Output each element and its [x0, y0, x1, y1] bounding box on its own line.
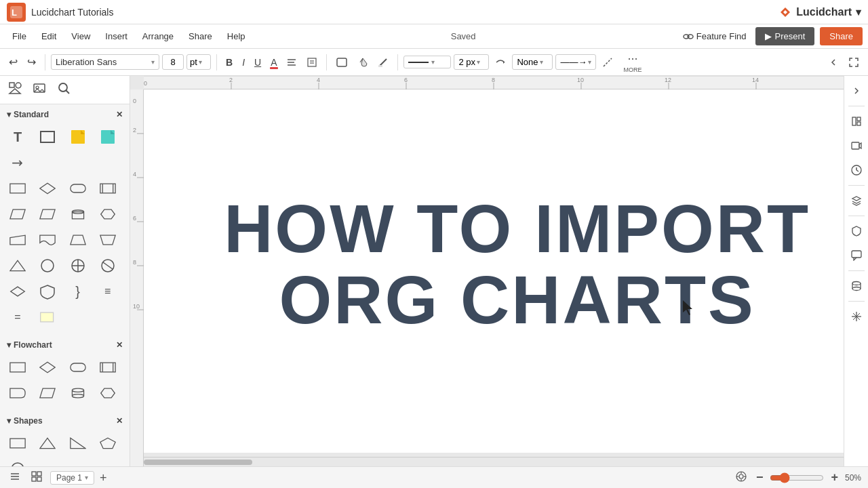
present-button[interactable]: ▶ Present	[755, 27, 814, 45]
cylinder-shape[interactable]	[66, 202, 90, 226]
fc-database[interactable]	[66, 381, 90, 405]
fill-color-button[interactable]	[354, 54, 372, 70]
comment-icon[interactable]	[846, 245, 867, 266]
triangle-shape[interactable]	[5, 253, 30, 278]
flowchart-section-header[interactable]: ▾ Flowchart ✕	[0, 338, 130, 352]
fc-ext-process[interactable]	[96, 355, 120, 380]
rectangle-shape[interactable]	[35, 125, 60, 149]
standard-section-header[interactable]: ▾ Standard ✕	[0, 107, 130, 122]
canvas-content[interactable]: HOW TO IMPORT ORG CHARTS	[144, 89, 844, 453]
video-icon[interactable]	[846, 135, 867, 157]
brace-shape[interactable]: }	[66, 279, 90, 304]
menu-help[interactable]: Help	[220, 28, 252, 44]
circle-shape[interactable]	[35, 253, 60, 278]
redo-button[interactable]: ↪	[24, 53, 39, 71]
collapse-right-panel-button[interactable]	[846, 80, 867, 102]
font-family-selector[interactable]: Liberation Sans ▾	[51, 54, 159, 70]
font-color-button[interactable]: A	[267, 54, 280, 70]
shape-style-button[interactable]	[332, 54, 351, 70]
fc-decision[interactable]	[35, 355, 60, 380]
line-color-button[interactable]	[374, 54, 392, 70]
share-button[interactable]: Share	[820, 27, 863, 45]
search-icon[interactable]	[54, 79, 73, 101]
add-page-button[interactable]: +	[100, 472, 107, 484]
grid-view-button[interactable]	[28, 470, 45, 485]
manual-input-shape[interactable]	[5, 228, 30, 252]
shape-7[interactable]	[96, 150, 120, 175]
fc-hexagon[interactable]	[96, 381, 120, 405]
es-rect[interactable]	[5, 431, 30, 455]
zoom-in-button[interactable]: +	[828, 469, 841, 486]
cross-circle-shape[interactable]	[66, 253, 90, 278]
align-button[interactable]	[283, 54, 300, 70]
arrow-shape[interactable]: ↗	[1, 146, 35, 180]
feature-find-button[interactable]: Feature Find	[675, 28, 755, 45]
horizontal-scrollbar[interactable]	[144, 457, 844, 466]
shield-shape[interactable]	[35, 279, 60, 304]
data-shape[interactable]	[35, 202, 60, 226]
layers-icon[interactable]	[846, 190, 867, 211]
line-width-selector[interactable]: 2 px ▾	[454, 54, 489, 70]
menu-share[interactable]: Share	[182, 28, 219, 44]
extra-shapes-section-header[interactable]: ▾ Shapes ✕	[0, 413, 130, 428]
menu-arrange[interactable]: Arrange	[136, 28, 180, 44]
shape-6[interactable]	[66, 150, 90, 175]
end-arrow-selector[interactable]: ——→ ▾	[555, 54, 596, 70]
ext-process-shape[interactable]	[96, 176, 120, 201]
fc-delay[interactable]	[5, 381, 30, 405]
fc-process[interactable]	[5, 355, 30, 380]
font-size-input[interactable]	[162, 54, 184, 70]
es-right-triangle[interactable]	[66, 431, 90, 455]
hexagon-shape[interactable]	[96, 202, 120, 226]
properties-icon[interactable]	[846, 110, 867, 132]
line-style-selector[interactable]: ▾	[403, 56, 451, 68]
shapes-section-close-icon[interactable]: ✕	[116, 416, 123, 426]
clock-icon[interactable]	[846, 159, 867, 181]
list-shape[interactable]: ≡	[96, 279, 120, 304]
database-icon[interactable]	[846, 275, 867, 297]
lucidchart-dropdown-icon[interactable]: ▾	[856, 6, 861, 18]
fc-data[interactable]	[35, 381, 60, 405]
no-shape[interactable]	[96, 253, 120, 278]
standard-close-icon[interactable]: ✕	[116, 110, 123, 119]
scrollbar-thumb[interactable]	[144, 460, 252, 465]
target-icon[interactable]	[733, 470, 749, 485]
shape-inv-trapezoid[interactable]	[96, 228, 120, 252]
list-view-button[interactable]	[7, 470, 23, 485]
menu-file[interactable]: File	[5, 28, 33, 44]
document-shape[interactable]	[35, 228, 60, 252]
menu-view[interactable]: View	[64, 28, 97, 44]
equals-shape[interactable]: =	[5, 305, 30, 329]
collapse-panel-button[interactable]	[825, 54, 842, 70]
shape-trapezoid[interactable]	[66, 228, 90, 252]
font-size-unit-selector[interactable]: pt ▾	[186, 54, 211, 70]
sparkle-icon[interactable]	[846, 306, 867, 327]
canvas-area[interactable]: 0 2 4 6 8 10 12 14 0 2	[130, 76, 844, 466]
image-icon[interactable]	[30, 79, 49, 101]
shield-icon[interactable]	[846, 220, 867, 242]
fullscreen-button[interactable]	[845, 54, 863, 70]
start-arrow-selector[interactable]: None ▾	[512, 54, 553, 70]
terminator-shape[interactable]	[66, 176, 90, 201]
text-position-button[interactable]	[303, 54, 321, 70]
fc-terminator[interactable]	[66, 355, 90, 380]
note-shape[interactable]	[35, 305, 60, 329]
shapes-icon[interactable]	[5, 79, 24, 101]
page-selector[interactable]: Page 1 ▾	[50, 471, 94, 485]
zoom-slider[interactable]	[770, 472, 824, 483]
decision-shape[interactable]	[35, 176, 60, 201]
menu-insert[interactable]: Insert	[98, 28, 134, 44]
parallelogram-shape[interactable]	[5, 202, 30, 226]
shape-5[interactable]	[35, 150, 60, 175]
undo-button[interactable]: ↩	[5, 53, 21, 71]
es-circle[interactable]	[5, 457, 30, 466]
underline-button[interactable]: U	[251, 54, 264, 70]
menu-edit[interactable]: Edit	[35, 28, 63, 44]
zoom-out-button[interactable]: −	[753, 469, 766, 486]
connection-type-button[interactable]	[492, 54, 509, 70]
flowchart-close-icon[interactable]: ✕	[116, 340, 123, 350]
es-triangle[interactable]	[35, 431, 60, 455]
italic-button[interactable]: I	[239, 54, 248, 70]
waypoints-button[interactable]	[599, 54, 616, 70]
more-button[interactable]: ··· MORE	[619, 50, 646, 75]
